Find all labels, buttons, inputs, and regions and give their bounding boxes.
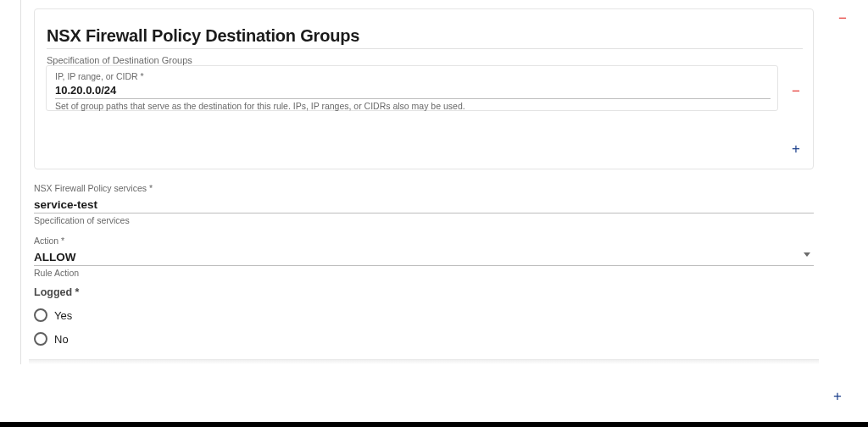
services-input[interactable] xyxy=(34,193,814,213)
input-underline xyxy=(55,98,771,99)
ip-field-input[interactable] xyxy=(55,84,767,97)
chevron-down-icon xyxy=(804,252,810,257)
radio-option-label: Yes xyxy=(54,309,72,322)
minus-icon: − xyxy=(838,11,847,25)
input-underline xyxy=(34,265,814,266)
radio-icon xyxy=(34,308,47,322)
services-field: NSX Firewall Policy services * Specifica… xyxy=(34,183,814,225)
add-rule-button[interactable]: + xyxy=(830,388,845,403)
remove-rule-button[interactable]: − xyxy=(835,10,850,25)
add-ip-entry-button[interactable]: + xyxy=(788,141,804,156)
radio-option-label: No xyxy=(54,333,69,346)
minus-icon: − xyxy=(792,84,800,98)
plus-icon: + xyxy=(833,389,842,403)
divider xyxy=(47,48,803,49)
remove-ip-entry-button[interactable]: − xyxy=(788,83,804,98)
logged-option-no[interactable]: No xyxy=(34,332,814,346)
action-label: Action * xyxy=(34,236,814,246)
ip-field-help: Set of group paths that serve as the des… xyxy=(55,101,465,111)
ip-field-label: IP, IP range, or CIDR * xyxy=(55,71,144,81)
action-value: ALLOW xyxy=(34,246,814,265)
services-help: Specification of services xyxy=(34,215,814,225)
logged-radio-group: Logged * Yes No xyxy=(34,286,814,346)
services-label: NSX Firewall Policy services * xyxy=(34,183,814,193)
bottom-bezel xyxy=(0,422,868,427)
section-title: NSX Firewall Policy Destination Groups xyxy=(47,26,359,46)
radio-icon xyxy=(34,332,47,346)
action-field: Action * ALLOW Rule Action xyxy=(34,236,814,278)
outer-left-divider xyxy=(20,0,21,364)
logged-label: Logged * xyxy=(34,286,814,298)
panel-bottom-edge xyxy=(29,359,819,364)
input-underline xyxy=(34,213,814,214)
logged-option-yes[interactable]: Yes xyxy=(34,308,814,322)
action-select[interactable]: ALLOW xyxy=(34,246,814,265)
section-subtitle: Specification of Destination Groups xyxy=(47,55,192,65)
ip-cidr-entry-panel: IP, IP range, or CIDR * Set of group pat… xyxy=(46,65,778,111)
action-help: Rule Action xyxy=(34,268,814,278)
plus-icon: + xyxy=(792,141,800,156)
